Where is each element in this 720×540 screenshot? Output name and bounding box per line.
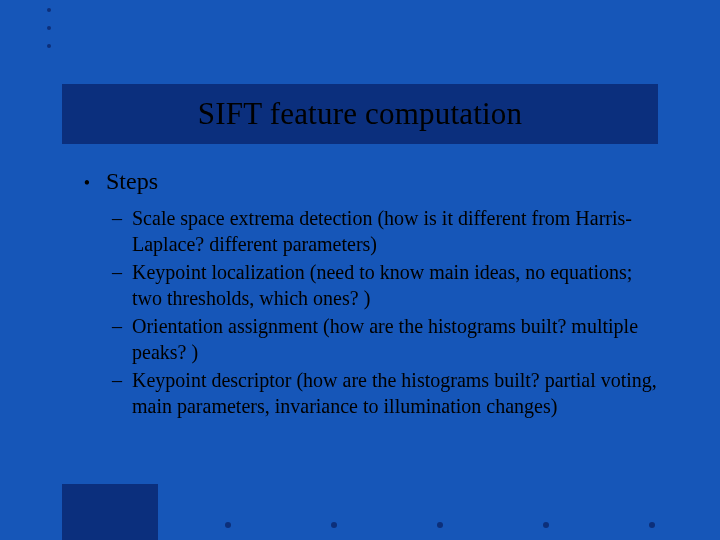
dot-icon: [543, 522, 549, 528]
sub-bullet-item: – Keypoint localization (need to know ma…: [112, 259, 660, 311]
dot-icon: [47, 44, 51, 48]
dot-icon: [47, 8, 51, 12]
sub-bullet-marker: –: [112, 205, 122, 257]
dot-icon: [437, 522, 443, 528]
bullet-item: • Steps: [80, 168, 660, 195]
sub-bullet-marker: –: [112, 367, 122, 419]
dot-icon: [47, 26, 51, 30]
sub-bullet-marker: –: [112, 313, 122, 365]
dot-icon: [331, 522, 337, 528]
sub-bullet-list: – Scale space extrema detection (how is …: [112, 205, 660, 419]
slide-body: • Steps – Scale space extrema detection …: [80, 168, 660, 421]
decoration-dots-top-left: [47, 8, 51, 62]
bullet-label: Steps: [106, 168, 158, 195]
sub-bullet-item: – Scale space extrema detection (how is …: [112, 205, 660, 257]
decoration-accent-block: [62, 484, 158, 540]
sub-bullet-text: Keypoint descriptor (how are the histogr…: [132, 367, 660, 419]
decoration-dots-bottom: [225, 522, 655, 528]
sub-bullet-marker: –: [112, 259, 122, 311]
sub-bullet-item: – Orientation assignment (how are the hi…: [112, 313, 660, 365]
sub-bullet-text: Scale space extrema detection (how is it…: [132, 205, 660, 257]
sub-bullet-text: Orientation assignment (how are the hist…: [132, 313, 660, 365]
slide-title: SIFT feature computation: [198, 96, 523, 132]
sub-bullet-text: Keypoint localization (need to know main…: [132, 259, 660, 311]
dot-icon: [649, 522, 655, 528]
bullet-marker: •: [80, 172, 94, 194]
title-bar: SIFT feature computation: [62, 84, 658, 144]
dot-icon: [225, 522, 231, 528]
sub-bullet-item: – Keypoint descriptor (how are the histo…: [112, 367, 660, 419]
